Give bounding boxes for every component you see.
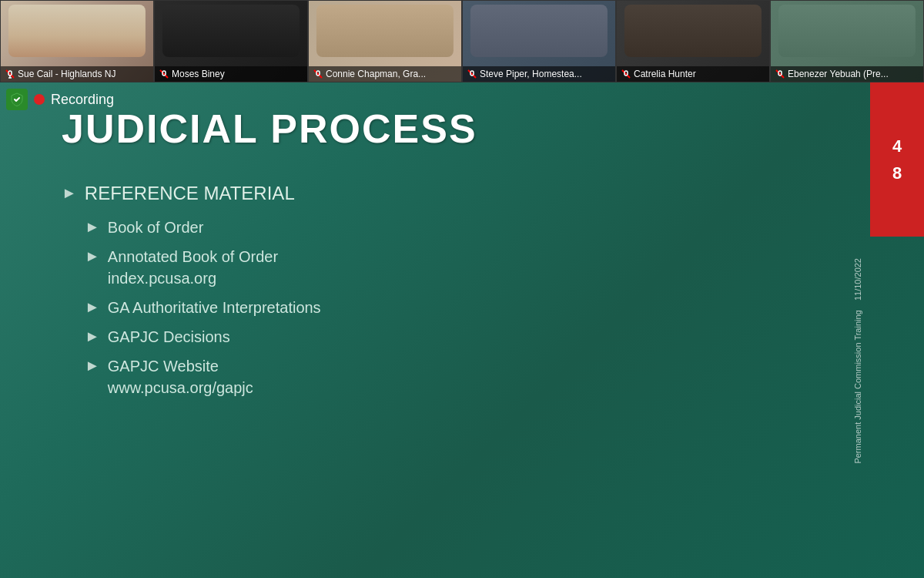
mute-icon-4 <box>621 69 631 79</box>
participant-name-2: Connie Chapman, Gra... <box>326 69 426 79</box>
participant-name-5: Ebenezer Yebuah (Pre... <box>788 69 889 79</box>
slide-bullets: ► REFERENCE MATERIAL ► Book of Order ► A… <box>62 183 886 406</box>
participants-strip: Sue Cail - Highlands NJ Moses Biney <box>0 0 924 82</box>
sub-bullet-text-1: Annotated Book of Orderindex.pcusa.org <box>108 246 278 289</box>
sub-bullet-arrow-0: ► <box>85 218 100 236</box>
sub-bullet-text-3: GAPJC Decisions <box>108 326 230 348</box>
sub-bullet-arrow-4: ► <box>85 357 100 375</box>
participant-name-0: Sue Cail - Highlands NJ <box>18 69 116 79</box>
participant-tile-3[interactable]: Steve Piper, Homestea... <box>462 0 616 82</box>
sub-bullet-arrow-2: ► <box>85 298 100 316</box>
mute-icon-2 <box>313 69 323 79</box>
participant-name-1: Moses Biney <box>172 69 225 79</box>
participant-tile-2[interactable]: Connie Chapman, Gra... <box>308 0 462 82</box>
corner-numbers: 48 <box>892 133 902 187</box>
participant-label-1: Moses Biney <box>155 66 307 82</box>
recording-indicator: Recording <box>6 89 114 110</box>
shield-icon <box>6 89 28 110</box>
sub-bullet-0: ► Book of Order <box>62 217 886 238</box>
main-bullet-arrow: ► <box>62 184 77 202</box>
slide-title: JUDICIAL PROCESS <box>62 106 886 152</box>
participant-label-3: Steve Piper, Homestea... <box>463 66 615 82</box>
sub-bullet-3: ► GAPJC Decisions <box>62 326 886 348</box>
slide-area: JUDICIAL PROCESS ► REFERENCE MATERIAL ► … <box>0 82 924 578</box>
participant-label-0: Sue Cail - Highlands NJ <box>1 66 153 82</box>
participant-tile-5[interactable]: Ebenezer Yebuah (Pre... <box>770 0 924 82</box>
recording-dot <box>34 94 45 105</box>
mute-icon-3 <box>467 69 477 79</box>
mute-icon-5 <box>775 69 785 79</box>
sub-bullet-1: ► Annotated Book of Orderindex.pcusa.org <box>62 246 886 289</box>
main-content: Recording JUDICIAL PROCESS ► REFERENCE M… <box>0 82 924 578</box>
sub-bullet-2: ► GA Authoritative Interpretations <box>62 297 886 318</box>
sub-bullet-text-2: GA Authoritative Interpretations <box>108 297 321 318</box>
sub-bullet-arrow-1: ► <box>85 247 100 265</box>
slide-content: JUDICIAL PROCESS ► REFERENCE MATERIAL ► … <box>0 82 924 578</box>
vertical-text: Permanent Judicial Commission Training 1… <box>852 258 864 464</box>
mute-icon-0 <box>5 69 15 79</box>
sub-bullet-arrow-3: ► <box>85 328 100 345</box>
main-bullet-text: REFERENCE MATERIAL <box>85 183 295 204</box>
participant-label-4: Catrelia Hunter <box>617 66 769 82</box>
participant-tile-0[interactable]: Sue Cail - Highlands NJ <box>0 0 154 82</box>
participant-name-3: Steve Piper, Homestea... <box>480 69 582 79</box>
sub-bullet-text-4: GAPJC Websitewww.pcusa.org/gapjc <box>108 355 253 398</box>
participant-label-5: Ebenezer Yebuah (Pre... <box>771 66 923 82</box>
participant-label-2: Connie Chapman, Gra... <box>309 66 461 82</box>
sub-bullet-text-0: Book of Order <box>108 217 204 238</box>
vertical-text-area: Permanent Judicial Commission Training 1… <box>851 160 866 563</box>
red-corner-accent: 48 <box>870 82 924 237</box>
sub-bullet-4: ► GAPJC Websitewww.pcusa.org/gapjc <box>62 355 886 398</box>
participant-tile-1[interactable]: Moses Biney <box>154 0 308 82</box>
main-bullet: ► REFERENCE MATERIAL <box>62 183 886 204</box>
participant-tile-4[interactable]: Catrelia Hunter <box>616 0 770 82</box>
mute-icon-1 <box>159 69 169 79</box>
recording-text: Recording <box>51 92 114 108</box>
participant-name-4: Catrelia Hunter <box>634 69 696 79</box>
